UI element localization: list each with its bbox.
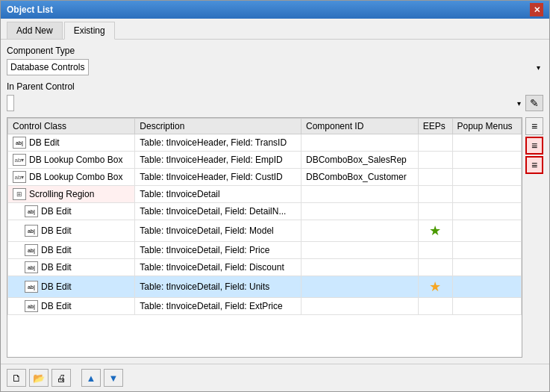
tabs-container: Add New Existing [1,19,549,40]
control-class-label: DB Edit [41,206,72,217]
control-class-cell: ab| DB Edit [8,203,135,220]
table-row[interactable]: ab| DB Edit Table: tInvoiceHeader, Field… [8,134,522,152]
table-row[interactable]: ⊞ Scrolling Region Table: tInvoiceDetail [8,186,522,203]
eeps-cell [418,134,452,152]
popup-menus-cell [452,152,521,169]
table-row[interactable]: ab| DB Edit Table: tInvoiceDetail, Field… [8,276,522,298]
object-list-window: Object List ✕ Add New Existing Component… [0,0,550,392]
table-row[interactable]: ab| DB Edit Table: tInvoiceDetail, Field… [8,259,522,276]
popup-menus-cell [452,276,521,298]
table-area: Control Class Description Component ID E… [7,117,543,358]
popup-menus-cell [452,169,521,186]
right-toolbar-btn1[interactable]: ≡ [525,117,543,135]
control-class-label: DB Edit [41,262,72,273]
move-down-button[interactable]: ▼ [104,369,123,387]
eeps-cell [418,169,452,186]
component-id-cell [301,203,419,220]
component-id-cell [301,276,419,298]
table-container[interactable]: Control Class Description Component ID E… [7,117,522,358]
lookup-icon: ab▾ [13,171,26,183]
component-type-dropdown[interactable]: Database Controls [7,59,89,75]
control-class-label: DB Edit [41,245,72,255]
eeps-star: ★ [429,223,441,238]
eeps-cell: ★ [418,276,452,298]
component-type-label: Component Type [7,46,543,56]
eeps-star: ★ [429,279,441,294]
bottom-toolbar: 🗋 📂 🖨 ▲ ▼ [1,364,549,391]
eeps-cell [418,242,452,259]
dbedit-icon: ab| [25,261,38,273]
parent-control-row: ✎ [7,95,543,111]
control-class-cell: ab| DB Edit [8,134,135,152]
eeps-cell [418,203,452,220]
table-row[interactable]: ab▾ DB Lookup Combo Box Table: tInvoiceH… [8,169,522,186]
description-cell: Table: tInvoiceHeader, Field: CustID [135,169,301,186]
close-button[interactable]: ✕ [530,3,543,16]
print-button[interactable]: 🖨 [51,369,71,387]
table-row[interactable]: ab| DB Edit Table: tInvoiceDetail, Field… [8,298,522,315]
new-button[interactable]: 🗋 [7,369,26,387]
lookup-icon: ab▾ [13,154,26,166]
popup-menus-cell [452,203,521,220]
eeps-cell: ★ [418,220,452,242]
dbedit-icon: ab| [25,244,38,256]
description-cell: Table: tInvoiceDetail, Field: DetailN... [135,203,301,220]
description-cell: Table: tInvoiceDetail, Field: Discount [135,259,301,276]
tab-add-new[interactable]: Add New [7,22,63,39]
parent-control-edit-button[interactable]: ✎ [525,95,543,111]
description-cell: Table: tInvoiceDetail, Field: Units [135,276,301,298]
component-type-wrapper: Database Controls [7,59,543,75]
col-description: Description [135,119,301,134]
control-class-label: DB Edit [41,301,72,311]
parent-control-wrapper [7,95,524,111]
move-up-button[interactable]: ▲ [81,369,101,387]
control-class-cell: ab▾ DB Lookup Combo Box [8,152,135,169]
popup-menus-cell [452,134,521,152]
right-toolbar-btn2[interactable]: ≡ [525,137,543,155]
col-eeps: EEPs [418,119,452,134]
table-row[interactable]: ab| DB Edit Table: tInvoiceDetail, Field… [8,242,522,259]
description-cell: Table: tInvoiceHeader, Field: EmpID [135,152,301,169]
title-bar: Object List ✕ [1,1,549,19]
description-cell: Table: tInvoiceDetail, Field: Model [135,220,301,242]
control-class-label: DB Lookup Combo Box [29,172,122,182]
table-row[interactable]: ab▾ DB Lookup Combo Box Table: tInvoiceH… [8,152,522,169]
component-type-row: Database Controls [7,59,543,75]
table-row[interactable]: ab| DB Edit Table: tInvoiceDetail, Field… [8,203,522,220]
description-cell: Table: tInvoiceHeader, Field: TransID [135,134,301,152]
window-title: Object List [7,4,53,15]
open-button[interactable]: 📂 [29,369,49,387]
control-class-label: DB Lookup Combo Box [29,155,122,165]
popup-menus-cell [452,298,521,315]
object-table: Control Class Description Component ID E… [7,118,522,315]
parent-control-label: In Parent Control [7,81,543,92]
control-class-label: DB Edit [41,225,72,236]
tab-existing[interactable]: Existing [64,22,115,40]
component-id-cell [301,134,419,152]
dbedit-icon: ab| [25,225,38,237]
control-class-label: Scrolling Region [29,189,94,199]
popup-menus-cell [452,242,521,259]
control-class-cell: ⊞ Scrolling Region [8,186,135,203]
eeps-cell [418,298,452,315]
component-id-cell [301,298,419,315]
control-class-cell: ab| DB Edit [8,276,135,298]
parent-control-dropdown[interactable] [7,95,14,111]
component-id-cell: DBComboBox_Customer [301,169,419,186]
eeps-cell [418,186,452,203]
col-component-id: Component ID [301,119,419,134]
table-row[interactable]: ab| DB Edit Table: tInvoiceDetail, Field… [8,220,522,242]
dbedit-icon: ab| [25,205,38,217]
description-cell: Table: tInvoiceDetail, Field: ExtPrice [135,298,301,315]
control-class-cell: ab| DB Edit [8,259,135,276]
content-area: Component Type Database Controls In Pare… [1,40,549,364]
col-control-class: Control Class [8,119,135,134]
right-toolbar-btn3[interactable]: ≡ [525,156,543,174]
popup-menus-cell [452,186,521,203]
component-id-cell [301,220,419,242]
dbedit-icon: ab| [25,281,38,293]
description-cell: Table: tInvoiceDetail, Field: Price [135,242,301,259]
col-popup-menus: Popup Menus [452,119,521,134]
eeps-cell [418,259,452,276]
control-class-cell: ab▾ DB Lookup Combo Box [8,169,135,186]
